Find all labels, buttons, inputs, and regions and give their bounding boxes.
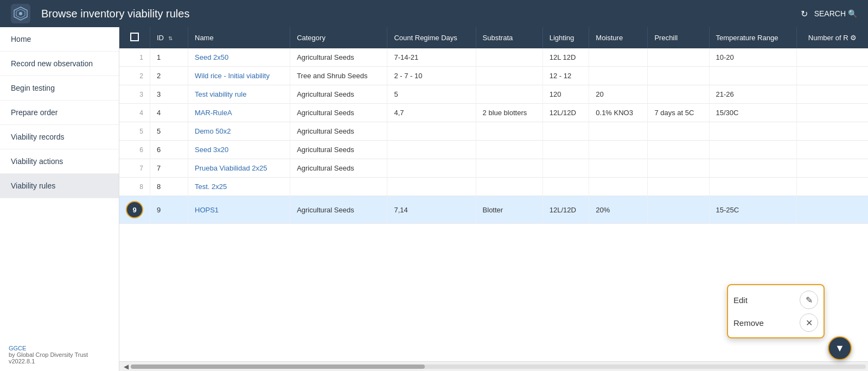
lighting-cell [542, 178, 589, 196]
row-number-cell: 4 [119, 104, 150, 122]
name-cell[interactable]: Prueba Viabilidad 2x25 [188, 159, 290, 178]
remove-button[interactable]: ✕ [800, 313, 818, 332]
name-link[interactable]: HOPS1 [195, 206, 219, 214]
count-regime-cell: 7,14 [387, 196, 476, 224]
selected-row-circle: 9 [126, 201, 143, 218]
col-header-num-r[interactable]: Number of R ⚙ [797, 27, 868, 48]
name-link[interactable]: MAR-RuleA [195, 109, 232, 117]
check-all-checkbox[interactable] [130, 33, 139, 41]
category-cell: Agricultural Seeds [290, 85, 387, 104]
name-cell[interactable]: Seed 2x50 [188, 48, 290, 67]
category-cell: Agricultural Seeds [290, 196, 387, 224]
col-header-substrata: Substrata [476, 27, 542, 48]
prechill-cell [648, 141, 709, 159]
viability-rules-table: ID ⇅ Name Category Count Regime Days Sub… [119, 27, 868, 224]
num-r-cell [797, 48, 868, 67]
name-link[interactable]: Prueba Viabilidad 2x25 [195, 164, 267, 172]
row-number-cell: 1 [119, 48, 150, 67]
id-cell: 9 [150, 196, 188, 224]
moisture-cell [589, 122, 648, 141]
name-link[interactable]: Demo 50x2 [195, 127, 231, 135]
app-logo [11, 4, 30, 23]
moisture-cell: 20 [589, 85, 648, 104]
search-button[interactable]: SEARCH 🔍 [814, 9, 857, 18]
table-row[interactable]: 22Wild rice - Initial viabilityTree and … [119, 67, 868, 85]
row-number-cell: 3 [119, 85, 150, 104]
moisture-cell [589, 141, 648, 159]
name-link[interactable]: Test viability rule [195, 90, 246, 98]
sidebar-item-home[interactable]: Home [0, 27, 119, 52]
moisture-cell [589, 159, 648, 178]
substrata-cell [476, 85, 542, 104]
name-cell[interactable]: Wild rice - Initial viability [188, 67, 290, 85]
sidebar-item-viability-records[interactable]: Viability records [0, 125, 119, 149]
sidebar-item-record-new[interactable]: Record new observation [0, 52, 119, 76]
num-r-cell [797, 85, 868, 104]
horizontal-scrollbar[interactable]: ◀ [119, 361, 868, 371]
count-regime-cell: 7-14-21 [387, 48, 476, 67]
scrollbar-thumb[interactable] [131, 364, 425, 369]
col-header-name: Name [188, 27, 290, 48]
col-header-prechill: Prechill [648, 27, 709, 48]
sidebar: Home Record new observation Begin testin… [0, 27, 119, 371]
name-cell[interactable]: Seed 3x20 [188, 141, 290, 159]
name-link[interactable]: Seed 2x50 [195, 53, 228, 61]
name-link[interactable]: Test. 2x25 [195, 183, 227, 191]
remove-row: Remove ✕ [733, 313, 818, 332]
prechill-cell [648, 122, 709, 141]
sidebar-item-viability-actions[interactable]: Viability actions [0, 149, 119, 174]
header-actions: ↻ SEARCH 🔍 [801, 9, 857, 19]
name-cell[interactable]: Demo 50x2 [188, 122, 290, 141]
table-row[interactable]: 66Seed 3x20Agricultural Seeds [119, 141, 868, 159]
id-cell: 4 [150, 104, 188, 122]
temp-range-cell [709, 67, 797, 85]
substrata-cell: Blotter [476, 196, 542, 224]
check-all-header[interactable] [119, 27, 150, 48]
count-regime-cell: 4,7 [387, 104, 476, 122]
lighting-cell [542, 141, 589, 159]
id-cell: 1 [150, 48, 188, 67]
svg-point-3 [19, 12, 22, 15]
name-cell[interactable]: Test. 2x25 [188, 178, 290, 196]
category-cell: Agricultural Seeds [290, 159, 387, 178]
substrata-cell [476, 159, 542, 178]
scroll-left-arrow[interactable]: ◀ [122, 363, 131, 370]
table-row[interactable]: 55Demo 50x2Agricultural Seeds [119, 122, 868, 141]
sidebar-footer: GGCE by Global Crop Diversity Trust v202… [0, 338, 119, 371]
float-down-button[interactable]: ▼ [828, 336, 852, 360]
table-row[interactable]: 77Prueba Viabilidad 2x25Agricultural See… [119, 159, 868, 178]
table-row[interactable]: 44MAR-RuleAAgricultural Seeds4,72 blue b… [119, 104, 868, 122]
moisture-cell: 20% [589, 196, 648, 224]
col-header-category: Category [290, 27, 387, 48]
name-cell[interactable]: Test viability rule [188, 85, 290, 104]
col-header-id[interactable]: ID ⇅ [150, 27, 188, 48]
name-link[interactable]: Wild rice - Initial viability [195, 72, 270, 80]
lighting-cell [542, 122, 589, 141]
action-popup: Edit ✎ Remove ✕ [727, 284, 825, 338]
gear-icon[interactable]: ⚙ [850, 34, 857, 42]
sidebar-item-prepare-order[interactable]: Prepare order [0, 100, 119, 125]
sidebar-item-viability-rules[interactable]: Viability rules [0, 174, 119, 198]
temp-range-cell [709, 141, 797, 159]
name-cell[interactable]: HOPS1 [188, 196, 290, 224]
table-row[interactable]: 99HOPS1Agricultural Seeds7,14Blotter12L/… [119, 196, 868, 224]
table-row[interactable]: 33Test viability ruleAgricultural Seeds5… [119, 85, 868, 104]
name-cell[interactable]: MAR-RuleA [188, 104, 290, 122]
scrollbar-track[interactable] [131, 364, 866, 369]
row-number-cell: 8 [119, 178, 150, 196]
table-row[interactable]: 11Seed 2x50Agricultural Seeds7-14-2112L … [119, 48, 868, 67]
lighting-cell: 12L/12D [542, 196, 589, 224]
id-cell: 6 [150, 141, 188, 159]
table-row[interactable]: 88Test. 2x25 [119, 178, 868, 196]
count-regime-cell [387, 159, 476, 178]
prechill-cell [648, 48, 709, 67]
prechill-cell [648, 85, 709, 104]
id-cell: 2 [150, 67, 188, 85]
prechill-cell [648, 159, 709, 178]
category-cell: Agricultural Seeds [290, 104, 387, 122]
edit-button[interactable]: ✎ [800, 291, 818, 309]
category-cell: Tree and Shrub Seeds [290, 67, 387, 85]
name-link[interactable]: Seed 3x20 [195, 146, 228, 154]
refresh-icon[interactable]: ↻ [801, 9, 808, 19]
sidebar-item-begin-testing[interactable]: Begin testing [0, 76, 119, 100]
